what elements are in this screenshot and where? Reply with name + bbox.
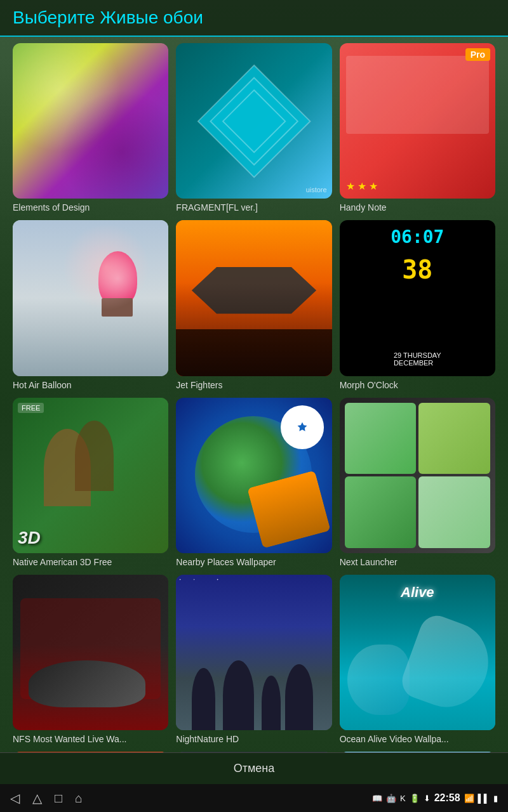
header: Выберите Живые обои bbox=[0, 0, 508, 37]
app-item-3d-r5[interactable]: 3D bbox=[13, 752, 168, 752]
cancel-button[interactable]: Отмена bbox=[234, 762, 275, 775]
book-icon: 📖 bbox=[372, 794, 382, 803]
recents-icon[interactable]: □ bbox=[55, 791, 62, 806]
download-icon: ⬇ bbox=[424, 794, 431, 803]
nearby-star-icon bbox=[297, 421, 308, 433]
app-item-island[interactable] bbox=[340, 752, 495, 752]
morph-time-display: 06:07 bbox=[391, 226, 444, 247]
status-bar: ◁ △ □ ⌂ 📖 🤖 K 🔋 ⬇ 22:58 📶 ▌▌ ▮ bbox=[0, 784, 508, 812]
svg-marker-0 bbox=[198, 65, 311, 177]
app-label-handy-note: Handy Note bbox=[340, 202, 495, 213]
app-label-morph-oclock: Morph O'Clock bbox=[340, 380, 495, 390]
app-label-night-nature: NightNature HD bbox=[176, 734, 331, 744]
app-label-jet-fighters: Jet Fighters bbox=[176, 380, 331, 390]
app-thumb-handy-note: Pro ★ ★ ★ bbox=[340, 43, 495, 199]
page-title: Выберите Живые обои bbox=[13, 8, 203, 27]
app-item-plane[interactable]: HD bbox=[176, 752, 331, 752]
next-gem-3 bbox=[345, 476, 417, 548]
app-item-next-launcher[interactable]: Next Launcher bbox=[340, 398, 495, 567]
app-thumb-3d-r5: 3D bbox=[13, 752, 168, 752]
app-label-next-launcher: Next Launcher bbox=[340, 557, 495, 567]
app-item-nfs[interactable]: NFS Most Wanted Live Wa... bbox=[13, 575, 168, 744]
nav-icons: ◁ △ □ ⌂ bbox=[10, 790, 83, 806]
app-item-ocean-alive[interactable]: Alive Ocean Alive Video Wallpa... bbox=[340, 575, 495, 744]
app-thumb-nfs bbox=[13, 575, 168, 730]
app-item-hot-air-balloon[interactable]: Hot Air Balloon bbox=[13, 220, 168, 390]
app-thumb-next-launcher bbox=[340, 398, 495, 553]
next-gem-4 bbox=[418, 476, 490, 548]
app-thumb-elements-of-design bbox=[13, 43, 168, 199]
app-label-ocean-alive: Ocean Alive Video Wallpa... bbox=[340, 734, 495, 744]
ocean-alive-logo: Alive bbox=[401, 584, 434, 601]
home-icon[interactable]: △ bbox=[32, 790, 42, 806]
app-item-morph-oclock[interactable]: 06:07 38 29 THURSDAYDECEMBER Morph O'Clo… bbox=[340, 220, 495, 390]
app-thumb-jet-fighters bbox=[176, 220, 331, 376]
morph-date-display: 29 THURSDAYDECEMBER bbox=[394, 351, 441, 367]
app-label-nearby-places: Nearby Places Wallpaper bbox=[176, 557, 331, 567]
status-icons: 📖 🤖 K 🔋 ⬇ 22:58 📶 ▌▌ ▮ bbox=[372, 792, 498, 804]
menu-icon[interactable]: ⌂ bbox=[75, 791, 83, 806]
app-item-night-nature[interactable]: ✦ ✦ ✦ NightNature HD bbox=[176, 575, 331, 744]
app-thumb-native-american: FREE 3D bbox=[13, 398, 168, 553]
next-gem-2 bbox=[418, 403, 490, 475]
signal-icon: ▌▌ bbox=[478, 794, 490, 803]
app-label-hot-air-balloon: Hot Air Balloon bbox=[13, 380, 168, 390]
status-time: 22:58 bbox=[434, 792, 460, 804]
battery-full-icon: ▮ bbox=[493, 794, 498, 803]
app-thumb-nearby-places bbox=[176, 398, 331, 553]
app-item-nearby-places[interactable]: Nearby Places Wallpaper bbox=[176, 398, 331, 567]
morph-seconds-display: 38 bbox=[402, 255, 432, 284]
app-thumb-night-nature: ✦ ✦ ✦ bbox=[176, 575, 331, 730]
app-item-native-american[interactable]: FREE 3D Native American 3D Free bbox=[13, 398, 168, 567]
svg-marker-1 bbox=[210, 77, 297, 164]
wifi-icon: 📶 bbox=[464, 794, 474, 803]
app-item-handy-note[interactable]: Pro ★ ★ ★ Handy Note bbox=[340, 43, 495, 213]
back-icon[interactable]: ◁ bbox=[10, 790, 20, 806]
app-item-elements-of-design[interactable]: Elements of Design bbox=[13, 43, 168, 213]
app-thumb-fragment: uistore bbox=[176, 43, 331, 199]
app-thumb-ocean-alive: Alive bbox=[340, 575, 495, 730]
app-label-fragment: FRAGMENT[FL ver.] bbox=[176, 202, 331, 213]
native-free-badge: FREE bbox=[18, 403, 44, 413]
app-label-native-american: Native American 3D Free bbox=[13, 557, 168, 567]
next-gem-1 bbox=[345, 403, 417, 475]
android-icon: 🤖 bbox=[386, 794, 396, 803]
app-grid: Elements of Design uistore FRAGMENT[FL v… bbox=[13, 43, 495, 752]
main-container: Выберите Живые обои Elements of Design u… bbox=[0, 0, 508, 812]
native-3d-label: 3D bbox=[18, 528, 41, 548]
cancel-bar[interactable]: Отмена bbox=[0, 752, 508, 784]
svg-marker-2 bbox=[223, 90, 285, 152]
app-item-fragment[interactable]: uistore FRAGMENT[FL ver.] bbox=[176, 43, 331, 213]
security-icon: K bbox=[400, 794, 406, 803]
app-thumb-hot-air-balloon bbox=[13, 220, 168, 376]
app-thumb-island bbox=[340, 752, 495, 752]
app-thumb-morph-oclock: 06:07 38 29 THURSDAYDECEMBER bbox=[340, 220, 495, 376]
fragment-store-label: uistore bbox=[306, 186, 327, 193]
app-thumb-plane: HD bbox=[176, 752, 331, 752]
app-label-nfs: NFS Most Wanted Live Wa... bbox=[13, 734, 168, 744]
app-label-elements-of-design: Elements of Design bbox=[13, 202, 168, 213]
app-item-jet-fighters[interactable]: Jet Fighters bbox=[176, 220, 331, 390]
battery-icon: 🔋 bbox=[410, 794, 420, 803]
grid-scroll[interactable]: Elements of Design uistore FRAGMENT[FL v… bbox=[0, 37, 508, 752]
